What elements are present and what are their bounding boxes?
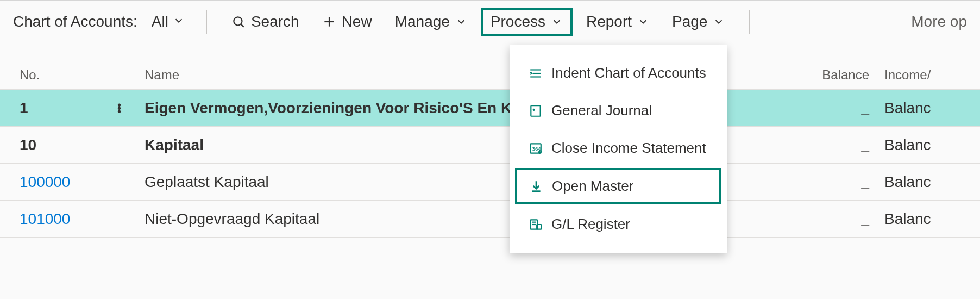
report-label: Report [586, 13, 632, 30]
row-actions-icon[interactable]: ••• [117, 103, 120, 113]
cell-income: Balanc [869, 173, 967, 191]
chevron-down-icon [713, 16, 725, 28]
cell-balance: _ [788, 136, 869, 153]
menu-item-label: G/L Register [551, 216, 630, 233]
search-button[interactable]: Search [222, 8, 309, 35]
search-icon [231, 15, 246, 29]
process-dropdown[interactable]: Process [481, 8, 573, 36]
filter-label: All [152, 13, 168, 30]
cell-balance: _ [788, 173, 869, 190]
cell-income: Balanc [869, 210, 967, 228]
manage-dropdown[interactable]: Manage [386, 8, 476, 35]
report-dropdown[interactable]: Report [577, 8, 658, 35]
page-dropdown[interactable]: Page [663, 8, 734, 35]
cell-no: 10 [20, 136, 145, 154]
svg-point-0 [234, 17, 242, 25]
table-header: No. Name Balance Income/ [0, 43, 980, 90]
cell-balance: _ [788, 99, 869, 116]
cell-no-link[interactable]: 101000 [20, 210, 145, 228]
table-row[interactable]: 1 ••• Eigen Vermogen,Voorzieningen Voor … [0, 90, 980, 127]
table-row[interactable]: 100000 Geplaatst Kapitaal _ Balanc [0, 164, 980, 201]
chevron-down-icon [637, 16, 649, 28]
chevron-down-icon [455, 16, 467, 28]
column-balance[interactable]: Balance [788, 67, 869, 83]
menu-item-indent-coa[interactable]: Indent Chart of Accounts [515, 55, 721, 91]
more-options-button[interactable]: More op [911, 13, 967, 30]
journal-icon [527, 103, 544, 119]
menu-item-label: General Journal [551, 102, 652, 119]
chevron-down-icon [173, 13, 185, 30]
menu-item-label: Open Master [552, 178, 633, 195]
close-statement-icon: 364 [527, 140, 544, 157]
column-no[interactable]: No. [20, 67, 145, 83]
process-menu: Indent Chart of Accounts General Journal… [510, 45, 727, 253]
svg-rect-7 [531, 105, 540, 116]
menu-item-open-master[interactable]: Open Master [515, 168, 721, 204]
chevron-down-icon [551, 16, 563, 28]
menu-item-close-income[interactable]: 364 Close Income Statement [515, 130, 721, 166]
menu-item-gl-register[interactable]: G/L Register [515, 207, 721, 242]
menu-item-label: Close Income Statement [551, 140, 706, 157]
cell-income: Balanc [869, 99, 967, 117]
download-icon [528, 178, 544, 195]
toolbar: Chart of Accounts: All Search New Manage… [0, 0, 980, 43]
cell-no-link[interactable]: 100000 [20, 173, 145, 191]
plus-icon [322, 15, 336, 29]
svg-point-8 [533, 109, 535, 110]
table-body: 1 ••• Eigen Vermogen,Voorzieningen Voor … [0, 90, 980, 238]
register-icon [527, 216, 544, 233]
table-row[interactable]: 101000 Niet-Opgevraagd Kapitaal _ Balanc [0, 201, 980, 238]
manage-label: Manage [395, 13, 450, 30]
new-label: New [342, 13, 372, 30]
page-label: Page [672, 13, 707, 30]
indent-icon [527, 65, 544, 82]
column-income[interactable]: Income/ [869, 67, 967, 83]
search-label: Search [251, 13, 299, 30]
toolbar-divider [749, 10, 750, 34]
process-label: Process [491, 13, 545, 30]
cell-balance: _ [788, 210, 869, 227]
filter-dropdown[interactable]: All [152, 13, 185, 30]
svg-line-1 [241, 24, 244, 27]
cell-income: Balanc [869, 136, 967, 154]
menu-item-general-journal[interactable]: General Journal [515, 93, 721, 128]
table-row[interactable]: 10 Kapitaal _ Balanc [0, 127, 980, 164]
toolbar-divider [206, 10, 207, 34]
cell-no: 1 [20, 99, 145, 117]
new-button[interactable]: New [313, 8, 381, 35]
menu-item-label: Indent Chart of Accounts [551, 65, 706, 82]
page-title: Chart of Accounts: [13, 13, 137, 30]
